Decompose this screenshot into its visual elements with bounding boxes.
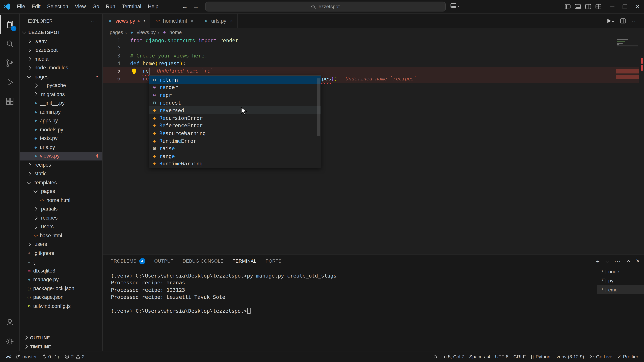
activity-run-debug[interactable] — [0, 72, 19, 92]
views-and-more-actions-icon[interactable]: ··· — [91, 17, 97, 24]
code-line[interactable] — [103, 44, 639, 52]
suggest-item-RuntimeError[interactable]: ◆RuntimeError — [149, 137, 321, 145]
folder-migrations[interactable]: migrations — [20, 90, 102, 99]
file-manage.py[interactable]: ◆manage.py — [20, 275, 102, 284]
new-terminal-icon[interactable]: + — [596, 258, 600, 264]
folder-recipes[interactable]: recipes — [20, 213, 102, 222]
maximize-panel-icon[interactable] — [626, 260, 630, 264]
eol-item[interactable]: CRLF — [511, 354, 528, 359]
tab-views.py[interactable]: ◆views.py4● — [103, 13, 150, 28]
menu-go[interactable]: Go — [89, 0, 102, 13]
prettier-item[interactable]: ✓ Prettier — [615, 354, 641, 359]
folder-recipes[interactable]: recipes — [20, 161, 102, 169]
terminal-output[interactable]: (.venv) C:\Users\whersia\Desktop\lezzets… — [103, 267, 597, 351]
modified-dot-icon[interactable]: ● — [144, 19, 146, 23]
run-python-file-button[interactable] — [608, 18, 614, 23]
forward-button[interactable]: → — [193, 3, 199, 10]
suggest-item-render[interactable]: ⊙render — [149, 84, 321, 91]
file-package-lock.json[interactable]: {}package-lock.json — [20, 284, 102, 293]
suggest-item-return[interactable]: ⊡return — [149, 76, 321, 84]
folder-node_modules[interactable]: node_modules — [20, 63, 102, 72]
file-__init__.py[interactable]: ◆__init__.py — [20, 99, 102, 108]
suggest-item-raise[interactable]: ⊡raise — [149, 145, 321, 152]
workspace-root[interactable]: LEZZETSPOT — [20, 28, 102, 37]
menu-help[interactable]: Help — [144, 0, 162, 13]
panel-more-actions-icon[interactable]: ··· — [614, 258, 621, 264]
file-tailwind.config.js[interactable]: JStailwind.config.js — [20, 302, 102, 311]
activity-extensions[interactable] — [0, 92, 19, 111]
file-package.json[interactable]: {}package.json — [20, 293, 102, 302]
file-home.html[interactable]: <>home.html — [20, 196, 102, 205]
file-urls.py[interactable]: ◆urls.py — [20, 143, 102, 152]
panel-tab-terminal[interactable]: TERMINAL — [232, 255, 256, 267]
menu-file[interactable]: File — [14, 0, 28, 13]
suggest-item-RuntimeWarning[interactable]: ◆RuntimeWarning — [149, 160, 321, 168]
activity-search[interactable] — [0, 34, 19, 53]
python-interpreter-item[interactable]: .venv (3.12.9) — [553, 354, 587, 359]
file-admin.py[interactable]: ◆admin.py — [20, 108, 102, 116]
file-db.sqlite3[interactable]: ▤db.sqlite3 — [20, 266, 102, 275]
menu-view[interactable]: View — [72, 0, 89, 13]
folder-static[interactable]: static — [20, 169, 102, 178]
suggest-scrollbar[interactable] — [317, 78, 320, 136]
breadcrumb-item[interactable]: pages — [110, 29, 123, 35]
suggest-item-request[interactable]: ⊟request — [149, 99, 321, 107]
breadcrumb-item[interactable]: views.py — [137, 29, 156, 35]
settings-button[interactable] — [0, 332, 19, 351]
outline-section[interactable]: OUTLINE — [20, 333, 102, 342]
panel-tab-debug-console[interactable]: DEBUG CONSOLE — [183, 255, 224, 267]
minimize-button[interactable] — [606, 0, 618, 13]
zoom-item[interactable] — [431, 355, 439, 358]
git-sync-item[interactable]: 0↓ 1↑ — [39, 351, 62, 362]
git-branch-item[interactable]: master — [13, 351, 39, 362]
cursor-position-item[interactable]: Ln 5, Col 7 — [439, 354, 467, 359]
folder-media[interactable]: media — [20, 55, 102, 63]
split-editor-icon[interactable] — [620, 18, 626, 23]
terminal-instance-node[interactable]: node — [597, 267, 644, 276]
file-tests.py[interactable]: ◆tests.py — [20, 134, 102, 143]
suggest-item-repr[interactable]: ⊙repr — [149, 91, 321, 99]
close-button[interactable]: ✕ — [631, 0, 644, 13]
folder-partials[interactable]: partials — [20, 205, 102, 214]
suggest-item-ReferenceError[interactable]: ◆ReferenceError — [149, 122, 321, 129]
folder-lezzetspot[interactable]: lezzetspot — [20, 46, 102, 55]
file-base.html[interactable]: <>base.html — [20, 231, 102, 240]
activity-explorer[interactable]: 1 — [0, 15, 19, 34]
tab-home.html[interactable]: <>home.html× — [150, 13, 198, 28]
terminal-profile-chevron-icon[interactable] — [605, 259, 609, 263]
suggest-item-reversed[interactable]: ◆reversed — [149, 106, 321, 114]
file-models.py[interactable]: ◆models.py — [20, 125, 102, 134]
activity-source-control[interactable] — [0, 53, 19, 72]
terminal-instance-py[interactable]: py — [597, 276, 644, 285]
menu-edit[interactable]: Edit — [28, 0, 44, 13]
file-apps.py[interactable]: ◆apps.py — [20, 116, 102, 125]
customize-layout-icon[interactable] — [596, 4, 601, 9]
panel-tab-problems[interactable]: PROBLEMS4 — [110, 255, 145, 267]
code-editor[interactable]: 123456 from django.shortcuts import rend… — [103, 37, 644, 254]
folder-pages[interactable]: pages — [20, 187, 102, 196]
indentation-item[interactable]: Spaces: 4 — [467, 354, 493, 359]
account-button[interactable] — [0, 312, 19, 332]
close-icon[interactable]: × — [191, 18, 194, 24]
folder-.venv[interactable]: .venv — [20, 37, 102, 46]
close-icon[interactable]: × — [230, 18, 233, 24]
folder-users[interactable]: users — [20, 240, 102, 249]
more-actions-icon[interactable]: ··· — [632, 17, 638, 24]
problems-item[interactable]: 2 2 — [62, 351, 87, 362]
file-.gitignore[interactable]: ◈.gitignore — [20, 249, 102, 258]
code-line[interactable]: from django.shortcuts import render — [103, 37, 639, 44]
folder-users[interactable]: users — [20, 222, 102, 231]
command-center[interactable]: lezzetspot — [205, 2, 446, 11]
language-mode-item[interactable]: {} Python — [528, 354, 553, 359]
code-line[interactable]: # Create your views here. — [103, 52, 639, 60]
close-panel-icon[interactable]: ✕ — [636, 258, 640, 264]
code-line[interactable]: def home(request): — [103, 60, 639, 67]
terminal-instance-cmd[interactable]: cmd — [597, 285, 644, 294]
suggest-item-RecursionError[interactable]: ◆RecursionError — [149, 114, 321, 122]
menu-terminal[interactable]: Terminal — [118, 0, 144, 13]
code-line[interactable]: reUndefined name `re` — [103, 67, 639, 75]
folder-pages[interactable]: pages● — [20, 72, 102, 81]
encoding-item[interactable]: UTF-8 — [492, 354, 511, 359]
remote-indicator[interactable]: >< — [3, 351, 13, 362]
timeline-section[interactable]: TIMELINE — [20, 342, 102, 351]
